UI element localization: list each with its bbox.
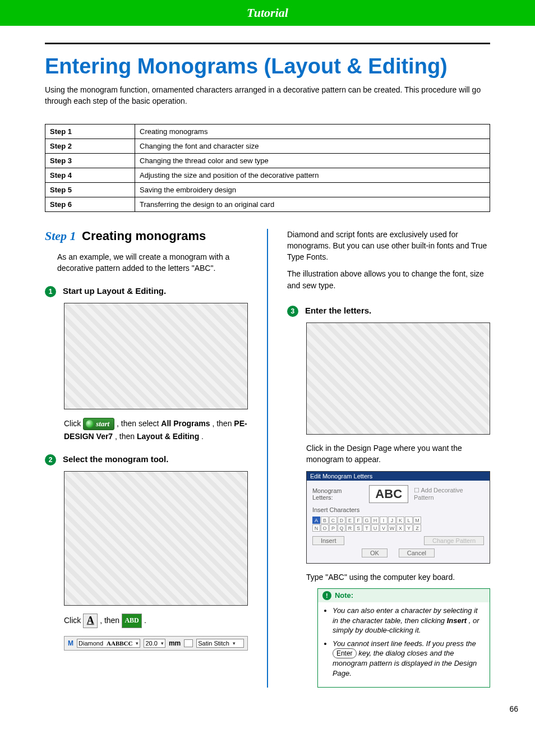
ok-button: OK bbox=[362, 548, 388, 557]
desc-cell: Changing the thread color and sew type bbox=[135, 153, 490, 168]
a-tool-icon: A bbox=[83, 614, 98, 628]
char-key: T bbox=[363, 524, 371, 532]
dialog-btn-row-2: OK Cancel bbox=[312, 548, 484, 557]
sub1-number: 1 bbox=[45, 286, 56, 297]
char-key: H bbox=[371, 517, 379, 524]
note-title: Note: bbox=[335, 591, 353, 600]
char-key: E bbox=[346, 517, 354, 524]
desc-cell: Saving the embroidery design bbox=[135, 182, 490, 197]
char-key: R bbox=[346, 524, 354, 532]
all-programs-label: All Programs bbox=[161, 419, 210, 428]
txt: Click bbox=[64, 419, 83, 428]
page-title: Entering Monograms (Layout & Editing) bbox=[45, 54, 490, 79]
left-column: Step 1 Creating monograms As an example,… bbox=[45, 229, 248, 651]
desc-cell: Transferring the design to an original c… bbox=[135, 197, 490, 211]
txt: , then select bbox=[117, 419, 161, 428]
step1-title: Creating monograms bbox=[82, 229, 206, 243]
sub3-number: 3 bbox=[287, 306, 298, 317]
note-header: ! Note: bbox=[318, 589, 490, 602]
char-key: Y bbox=[405, 524, 413, 532]
dialog-title: Edit Monogram Letters bbox=[307, 472, 490, 481]
column-divider bbox=[267, 229, 268, 688]
right-column: Diamond and script fonts are exclusively… bbox=[287, 229, 490, 688]
right-intro-2: The illustration above allows you to cha… bbox=[287, 268, 490, 291]
sub3-body: Click in the Design Page where you want … bbox=[306, 322, 490, 688]
add-pattern-checkbox: ☐ Add Decorative Pattern bbox=[414, 487, 484, 501]
char-key: N bbox=[312, 524, 320, 532]
char-key: K bbox=[396, 517, 404, 524]
txt: . bbox=[201, 432, 204, 441]
char-key: P bbox=[329, 524, 337, 532]
char-key: L bbox=[405, 517, 413, 524]
change-pattern-button: Change Pattern bbox=[424, 536, 484, 545]
page-content: Entering Monograms (Layout & Editing) Us… bbox=[0, 26, 535, 699]
note-body: You can also enter a character by select… bbox=[318, 602, 490, 687]
step1-example: As an example, we will create a monogram… bbox=[57, 251, 236, 274]
txt: , then bbox=[115, 432, 137, 441]
edit-monogram-dialog: Edit Monogram Letters Monogram Letters: … bbox=[306, 471, 490, 564]
char-key: M bbox=[413, 517, 421, 524]
char-key: U bbox=[371, 524, 379, 532]
m-color-icon: M bbox=[68, 639, 73, 647]
sub2-click-text: Click A , then ABD . bbox=[64, 614, 248, 628]
font-size-select: 20.0 bbox=[144, 639, 165, 648]
sub2-title: Select the monogram tool. bbox=[63, 454, 168, 464]
font-name-select: Diamond AABBCC bbox=[77, 639, 140, 648]
char-key: V bbox=[380, 524, 388, 532]
char-key: I bbox=[380, 517, 388, 524]
sub2-row: 2 Select the monogram tool. bbox=[45, 454, 248, 465]
insert-characters-label: Insert Characters bbox=[312, 506, 484, 513]
txt: , then bbox=[212, 419, 234, 428]
two-column-layout: Step 1 Creating monograms As an example,… bbox=[45, 229, 490, 688]
char-key: J bbox=[388, 517, 396, 524]
char-key: X bbox=[396, 524, 404, 532]
design-page-screenshot bbox=[306, 322, 490, 435]
font-toolbar: M Diamond AABBCC 20.0 mm Satin Stitch bbox=[64, 636, 248, 651]
layout-editing-label: Layout & Editing bbox=[137, 432, 199, 441]
stitch-select: Satin Stitch bbox=[196, 639, 244, 648]
step-cell: Step 1 bbox=[45, 124, 135, 139]
sub1-body: Click start , then select All Programs ,… bbox=[64, 303, 248, 443]
table-row: Step 4Adjusting the size and position of… bbox=[45, 168, 490, 182]
char-key: D bbox=[338, 517, 345, 524]
char-key: W bbox=[388, 524, 396, 532]
abd-tool-icon: ABD bbox=[122, 614, 142, 628]
insert-button: Insert bbox=[312, 536, 345, 545]
step1-header: Step 1 Creating monograms bbox=[45, 229, 248, 243]
sub2-number: 2 bbox=[45, 454, 56, 465]
start-menu-screenshot bbox=[64, 303, 248, 409]
top-rule bbox=[45, 43, 490, 44]
sub3-click-text: Click in the Design Page where you want … bbox=[306, 442, 490, 465]
char-key: Z bbox=[413, 524, 421, 532]
page-number: 66 bbox=[0, 699, 535, 725]
monogram-letters-label: Monogram Letters: bbox=[312, 487, 363, 501]
char-key: O bbox=[321, 524, 329, 532]
enter-key-cap: Enter bbox=[333, 648, 357, 658]
txt: Click bbox=[64, 616, 83, 625]
dialog-btn-row-1: Insert Change Pattern bbox=[312, 536, 484, 545]
sub3-row: 3 Enter the letters. bbox=[287, 306, 490, 317]
monogram-input: ABC bbox=[369, 485, 408, 503]
steps-table: Step 1Creating monogramsStep 2Changing t… bbox=[45, 124, 490, 212]
step-cell: Step 5 bbox=[45, 182, 135, 197]
sub2-body: Click A , then ABD . M Diamond AABBCC 20… bbox=[64, 471, 248, 651]
step1-label: Step 1 bbox=[45, 229, 76, 243]
table-row: Step 1Creating monograms bbox=[45, 124, 490, 139]
dialog-input-row: Monogram Letters: ABC ☐ Add Decorative P… bbox=[312, 485, 484, 503]
txt: , then bbox=[100, 616, 122, 625]
note-item-2: You cannot insert line feeds. If you pre… bbox=[333, 639, 483, 679]
char-key: Q bbox=[338, 524, 345, 532]
table-row: Step 3Changing the thread color and sew … bbox=[45, 153, 490, 168]
cancel-button: Cancel bbox=[399, 548, 435, 557]
note-box: ! Note: You can also enter a character b… bbox=[317, 588, 490, 688]
char-key: B bbox=[321, 517, 329, 524]
intro-text: Using the monogram function, ornamented … bbox=[45, 84, 490, 107]
sub1-row: 1 Start up Layout & Editing. bbox=[45, 286, 248, 297]
char-key: C bbox=[329, 517, 337, 524]
type-abc-text: Type "ABC" using the computer key board. bbox=[306, 571, 490, 583]
app-screenshot bbox=[64, 471, 248, 606]
right-intro-1: Diamond and script fonts are exclusively… bbox=[287, 229, 490, 263]
note-icon: ! bbox=[322, 591, 331, 600]
char-key: G bbox=[363, 517, 371, 524]
tutorial-header: Tutorial bbox=[0, 0, 535, 26]
